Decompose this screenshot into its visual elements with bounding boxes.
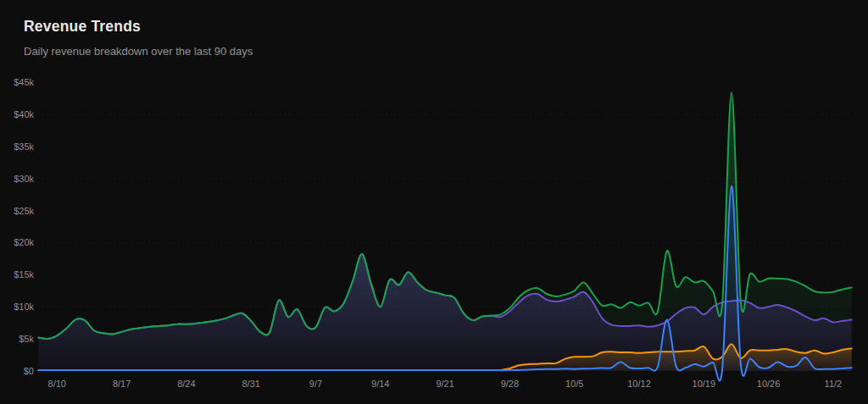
y-axis-labels: $45k$40k$35k$30k$25k$20k$15k$10k$5k$0 [14, 77, 34, 376]
y-axis-label-30k: $30k [14, 174, 34, 184]
x-axis-label-10-12: 10/12 [627, 379, 651, 389]
x-axis-label-9-21: 9/21 [436, 379, 453, 389]
y-axis-label-5k: $5k [19, 334, 34, 344]
x-axis-label-10-19: 10/19 [693, 379, 716, 389]
x-axis-label-8-24: 8/24 [177, 379, 195, 389]
x-axis-label-11-2: 11/2 [825, 379, 843, 389]
y-axis-label-40k: $40k [14, 109, 34, 119]
x-axis-labels: 8/108/178/248/319/79/149/219/2810/510/12… [48, 379, 843, 389]
revenue-trends-chart[interactable]: $45k$40k$35k$30k$25k$20k$15k$10k$5k$08/1… [0, 0, 868, 404]
x-axis-label-8-10: 8/10 [48, 379, 66, 389]
x-axis-label-9-28: 9/28 [501, 379, 519, 389]
y-axis-label-10k: $10k [14, 302, 34, 312]
x-axis-label-9-7: 9/7 [309, 379, 322, 389]
x-axis-label-9-14: 9/14 [371, 379, 389, 389]
y-axis-label-0k: $0 [24, 366, 34, 376]
x-axis-label-8-31: 8/31 [242, 379, 259, 389]
y-axis-label-20k: $20k [14, 237, 34, 247]
y-axis-label-45k: $45k [14, 77, 34, 87]
x-axis-label-10-26: 10/26 [757, 379, 781, 389]
y-axis-label-25k: $25k [14, 206, 34, 216]
y-axis-label-15k: $15k [14, 269, 34, 279]
x-axis-label-10-5: 10/5 [565, 379, 583, 389]
x-axis-label-8-17: 8/17 [113, 379, 131, 389]
y-axis-label-35k: $35k [14, 141, 34, 152]
